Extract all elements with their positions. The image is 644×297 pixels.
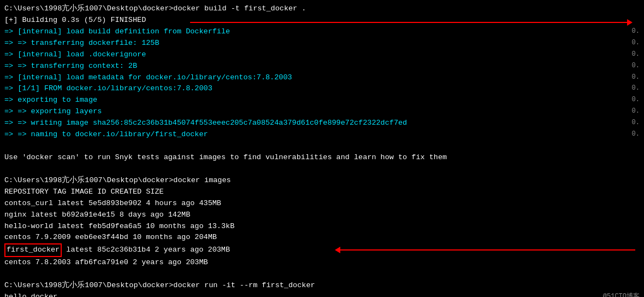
line-num: 0. [619, 118, 640, 129]
table-row: hello-world latest feb5d9fea6a5 10 month… [4, 221, 640, 232]
line-num: 0. [619, 83, 640, 95]
line-num: 0. [619, 26, 640, 38]
terminal-line: => => writing image sha256:85c2c36b31b45… [4, 118, 640, 129]
line-text: contos_curl latest 5e5d893be902 4 hours … [4, 198, 640, 209]
terminal-line: Use 'docker scan' to run Snyk tests agai… [4, 152, 640, 164]
line-text: hello-world latest feb5d9fea6a5 10 month… [4, 221, 640, 232]
line-num: 0. [619, 61, 640, 72]
terminal-line: C:\Users\1998亢小乐1007\Desktop\docker>dock… [4, 3, 640, 15]
terminal-line: => => transferring context: 2B 0. [4, 61, 640, 72]
line-text [4, 164, 640, 175]
arrow-line-2 [340, 249, 635, 251]
line-text: C:\Users\1998亢小乐1007\Desktop\docker>dock… [4, 280, 640, 292]
terminal-line [4, 269, 640, 280]
line-text: REPOSITORY TAG IMAGE ID CREATED SIZE [4, 187, 640, 198]
line-text: => [internal] load build definition from… [4, 26, 619, 38]
terminal-line: => [internal] load .dockerignore 0. [4, 49, 640, 61]
line-num: 0. [619, 38, 640, 49]
line-text: => [internal] load .dockerignore [4, 49, 619, 61]
line-text [4, 141, 640, 152]
line-text: => => writing image sha256:85c2c36b31b45… [4, 118, 619, 129]
table-row-first-docker: first_docker latest 85c2c36b31b4 2 years… [4, 243, 640, 257]
line-text: => => transferring dockerfile: 125B [4, 38, 619, 49]
terminal-line: => => exporting layers 0. [4, 106, 640, 118]
line-text: centos 7.8.2003 afb6fca791e0 2 years ago… [4, 257, 640, 269]
line-text: => => transferring context: 2B [4, 61, 619, 72]
line-text: C:\Users\1998亢小乐1007\Desktop\docker>dock… [4, 175, 640, 187]
arrow-1 [190, 19, 633, 26]
table-row: centos 7.9.2009 eeb6ee3f44bd 10 months a… [4, 232, 640, 243]
watermark: @51CTO博客 [603, 292, 640, 297]
line-num: 0. [619, 72, 640, 84]
table-row: nginx latest b692a91e4e15 8 days ago 142… [4, 209, 640, 221]
line-text: => [internal] load metadata for docker.i… [4, 72, 619, 84]
arrow-head [627, 19, 633, 26]
first-docker-highlight: first_docker [4, 243, 62, 257]
line-num: 0. [619, 129, 640, 141]
line-num: 0. [619, 106, 640, 118]
terminal-line: => => transferring dockerfile: 125B 0. [4, 38, 640, 49]
terminal-line: => [internal] load build definition from… [4, 26, 640, 38]
terminal-line: REPOSITORY TAG IMAGE ID CREATED SIZE [4, 187, 640, 198]
line-text: centos 7.9.2009 eeb6ee3f44bd 10 months a… [4, 232, 640, 243]
line-text: hello docker [4, 292, 640, 297]
terminal-window: C:\Users\1998亢小乐1007\Desktop\docker>dock… [0, 0, 644, 297]
terminal-line: C:\Users\1998亢小乐1007\Desktop\docker>dock… [4, 175, 640, 187]
arrow-line [190, 22, 627, 23]
line-text: => [1/1] FROM docker.io/library/centos:7… [4, 83, 619, 95]
terminal-line [4, 141, 640, 152]
line-num: 0. [619, 95, 640, 106]
terminal-line: => [internal] load metadata for docker.i… [4, 72, 640, 84]
terminal-line [4, 164, 640, 175]
terminal-line: [+] Building 0.3s (5/5) FINISHED [4, 15, 640, 26]
arrow-2 [335, 247, 635, 253]
terminal-line: => exporting to image 0. [4, 95, 640, 106]
table-row: centos 7.8.2003 afb6fca791e0 2 years ago… [4, 257, 640, 269]
line-text: nginx latest b692a91e4e15 8 days ago 142… [4, 209, 640, 221]
line-text: => => exporting layers [4, 106, 619, 118]
line-text: Use 'docker scan' to run Snyk tests agai… [4, 152, 640, 164]
table-row: contos_curl latest 5e5d893be902 4 hours … [4, 198, 640, 209]
line-text [4, 269, 640, 280]
line-text: => => naming to docker.io/library/first_… [4, 129, 619, 141]
terminal-line: hello docker [4, 292, 640, 297]
line-num: 0. [619, 49, 640, 61]
terminal-line: => => naming to docker.io/library/first_… [4, 129, 640, 141]
line-text: C:\Users\1998亢小乐1007\Desktop\docker>dock… [4, 3, 640, 15]
terminal-line: => [1/1] FROM docker.io/library/centos:7… [4, 83, 640, 95]
line-text: => exporting to image [4, 95, 619, 106]
arrow-head-left [335, 247, 340, 253]
terminal-line: C:\Users\1998亢小乐1007\Desktop\docker>dock… [4, 280, 640, 292]
